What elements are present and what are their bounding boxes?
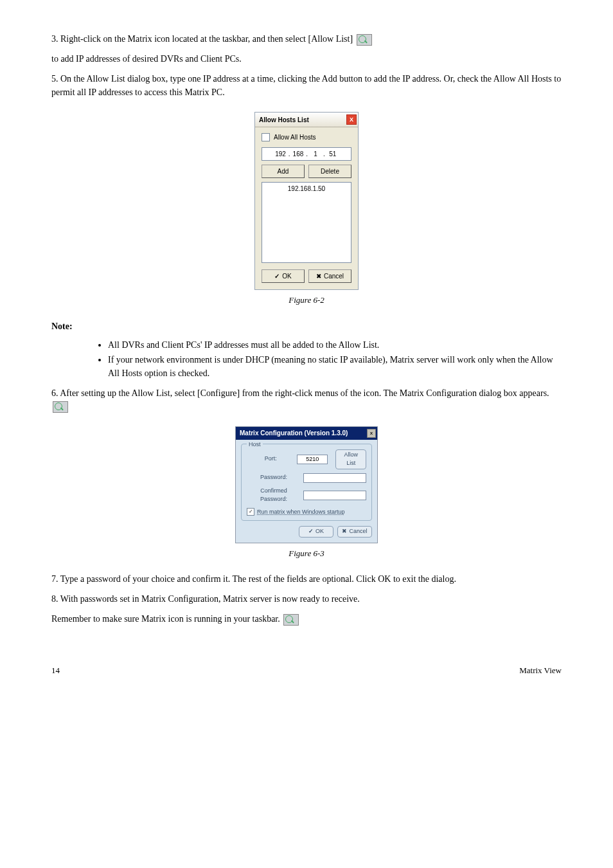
matrix-config-title-text: Matrix Configuration (Version 1.3.0) [240,428,348,438]
list-item[interactable]: 192.168.1.50 [265,184,348,194]
ok-button[interactable]: OK [262,269,305,283]
confirm-password-input[interactable] [303,491,366,500]
allow-all-hosts-row: Allow All Hosts [262,132,351,142]
run-startup-checkbox[interactable] [247,508,254,516]
step-3-line: 3. Right-click on the Matrix icon locate… [51,32,562,46]
close-icon[interactable]: X [346,114,357,125]
check-icon [274,271,280,281]
x-icon [316,271,321,281]
matrix-taskbar-icon [357,34,372,46]
note-1: All DVRs and Client PCs' IP addresses mu… [108,338,562,352]
step-8-line-b: Remember to make sure Matrix icon is run… [51,612,562,626]
matrix-taskbar-icon [53,401,68,413]
run-startup-label: Run matrix when Windows startup [257,508,345,517]
figure-6-2-caption: Figure 6-2 [51,294,562,307]
ip-octet-4: 51 [328,149,338,159]
check-icon [308,527,314,536]
confirm-password-label: Confirmed Password: [247,487,301,504]
figure-6-3: Matrix Configuration (Version 1.3.0) x H… [51,426,562,560]
hosts-listbox[interactable]: 192.168.1.50 [262,182,351,263]
ip-octet-3: 1 [310,149,321,159]
close-icon[interactable]: x [367,429,376,438]
port-label: Port: [247,455,294,464]
cancel-label: Cancel [324,271,344,281]
password-label: Password: [247,473,301,482]
note-2: If your network environment is under DHC… [108,353,562,380]
figure-6-3-caption: Figure 6-3 [51,547,562,560]
note-list: All DVRs and Client PCs' IP addresses mu… [82,338,562,380]
x-icon [342,527,347,536]
doc-title: Matrix View [519,664,562,677]
step-3-text: 3. Right-click on the Matrix icon locate… [51,34,353,44]
allow-list-button[interactable]: Allow List [335,449,366,469]
page-footer: 14 Matrix View [51,664,562,677]
delete-button[interactable]: Delete [308,165,351,178]
step-8-line-a: 8. With passwords set in Matrix Configur… [51,592,562,606]
matrix-config-window: Matrix Configuration (Version 1.3.0) x H… [235,426,378,543]
page-number: 14 [51,664,60,677]
cancel-label: Cancel [349,527,367,536]
matrix-taskbar-icon [283,614,299,626]
add-button[interactable]: Add [262,165,305,178]
step-5-text: 5. On the Allow List dialog box, type on… [51,72,562,99]
ip-input[interactable]: 192. 168. 1. 51 [262,147,351,161]
ip-octet-1: 192 [275,149,286,159]
password-input[interactable] [303,473,366,483]
note-label: Note: [51,321,73,331]
allow-hosts-titlebar: Allow Hosts List X [255,113,358,127]
cancel-button[interactable]: Cancel [308,269,351,283]
cancel-button[interactable]: Cancel [337,526,372,538]
ok-label: OK [315,527,324,536]
figure-6-2: Allow Hosts List X Allow All Hosts 192. … [51,112,562,307]
host-legend: Host [247,440,263,449]
allow-all-hosts-label: Allow All Hosts [274,132,316,142]
matrix-config-titlebar: Matrix Configuration (Version 1.3.0) x [236,427,377,440]
allow-hosts-window: Allow Hosts List X Allow All Hosts 192. … [254,112,359,290]
note-lead: Note: [51,320,562,333]
port-input[interactable]: 5210 [297,455,328,464]
step-6-line: 6. After setting up the Allow List, sele… [51,386,562,413]
allow-hosts-title-text: Allow Hosts List [259,115,309,125]
step-heading-text: to add IP addresses of desired DVRs and … [51,52,562,66]
step-7-text: 7. Type a password of your choice and co… [51,572,562,586]
ok-button[interactable]: OK [299,526,333,538]
step-8-text-b: Remember to make sure Matrix icon is run… [51,614,280,624]
step-6-text: 6. After setting up the Allow List, sele… [51,388,549,398]
allow-all-hosts-checkbox[interactable] [262,133,270,141]
ok-label: OK [282,271,291,281]
host-group: Host Port: 5210 Allow List Password: Con… [241,444,372,521]
ip-octet-2: 168 [293,149,304,159]
